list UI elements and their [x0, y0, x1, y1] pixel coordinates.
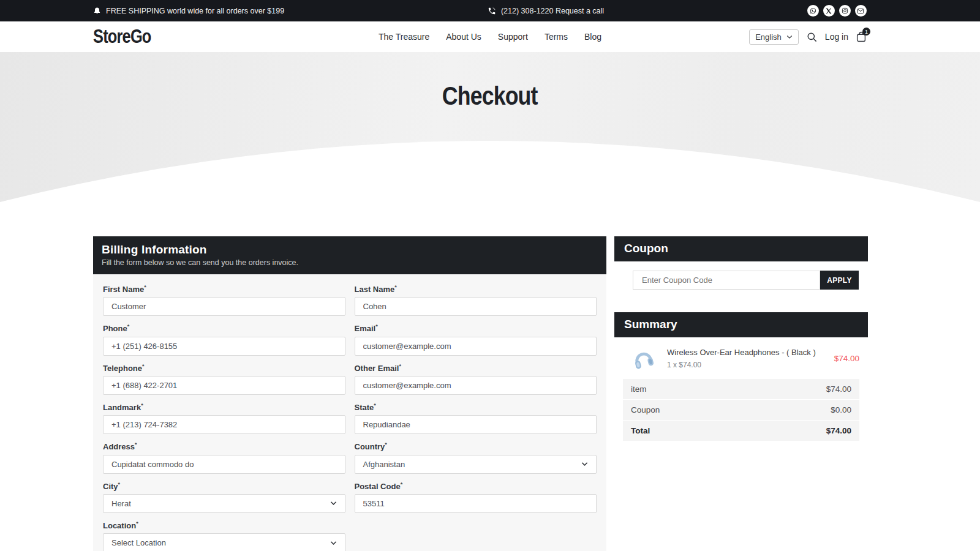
- billing-title: Billing Information: [102, 243, 598, 257]
- postal-code-label: Postal Code*: [355, 481, 597, 491]
- other-email-field: Other Email*: [355, 363, 597, 395]
- search-icon[interactable]: [806, 31, 818, 43]
- address-field: Address*: [103, 441, 345, 473]
- postal-code-input[interactable]: [355, 494, 597, 513]
- announcement-text: FREE SHIPPING world wide for all orders …: [106, 7, 284, 15]
- phone-text: (212) 308-1220 Request a call: [501, 7, 604, 15]
- last-name-input[interactable]: [355, 297, 597, 316]
- request-call[interactable]: (212) 308-1220 Request a call: [488, 7, 604, 15]
- chevron-down-icon: [330, 501, 337, 506]
- required-asterisk: *: [142, 363, 145, 369]
- coupon-code-input[interactable]: [633, 271, 820, 290]
- chevron-down-icon: [330, 541, 337, 545]
- cart-count-badge: 1: [862, 28, 870, 36]
- telephone-field: Telephone*: [103, 363, 345, 395]
- first-name-input[interactable]: [103, 297, 345, 316]
- other-email-label: Other Email*: [355, 363, 597, 373]
- email-field: Email*: [355, 323, 597, 355]
- apply-coupon-button[interactable]: APPLY: [820, 271, 859, 290]
- nav-about-us[interactable]: About Us: [446, 32, 481, 42]
- email-input[interactable]: [355, 337, 597, 356]
- location-label: Location*: [103, 520, 345, 530]
- main-nav: The Treasure About Us Support Terms Blog: [379, 32, 601, 42]
- order-totals: item $74.00 Coupon $0.00 Total $74.00: [623, 379, 859, 441]
- nav-blog[interactable]: Blog: [584, 32, 601, 42]
- landmark-input[interactable]: [103, 415, 345, 434]
- first-name-field: First Name*: [103, 284, 345, 316]
- city-field: City* Herat: [103, 481, 345, 513]
- social-links: [807, 5, 867, 17]
- product-quantity: 1 x $74.00: [667, 361, 829, 369]
- nav-terms[interactable]: Terms: [545, 32, 568, 42]
- x-twitter-icon[interactable]: [823, 5, 835, 17]
- last-name-field: Last Name*: [355, 284, 597, 316]
- page-hero: Checkout: [0, 52, 980, 205]
- coupon-discount-label: Coupon: [631, 405, 660, 414]
- chevron-down-icon: [581, 462, 588, 467]
- billing-header: Billing Information Fill the form below …: [93, 236, 606, 274]
- announcement-bar: FREE SHIPPING world wide for all orders …: [0, 0, 980, 21]
- telephone-input[interactable]: [103, 376, 345, 395]
- items-subtotal-label: item: [631, 384, 647, 394]
- city-select[interactable]: Herat: [103, 494, 345, 513]
- required-asterisk: *: [118, 481, 121, 487]
- items-subtotal-row: item $74.00: [623, 379, 859, 399]
- last-name-label: Last Name*: [355, 284, 597, 294]
- landmark-field: Landmark*: [103, 402, 345, 434]
- address-input[interactable]: [103, 455, 345, 474]
- landmark-label: Landmark*: [103, 402, 345, 412]
- product-name[interactable]: Wireless Over-Ear Headphones - ( Black ): [667, 348, 829, 357]
- coupon-title: Coupon: [624, 242, 858, 255]
- header-actions: English Log in 1: [749, 29, 867, 45]
- postal-code-field: Postal Code*: [355, 481, 597, 513]
- coupon-panel: Coupon APPLY: [614, 236, 868, 299]
- phone-label: Phone*: [103, 323, 345, 333]
- billing-panel: Billing Information Fill the form below …: [93, 236, 606, 551]
- login-link[interactable]: Log in: [825, 32, 848, 42]
- coupon-header: Coupon: [614, 236, 868, 261]
- shipping-announcement: FREE SHIPPING world wide for all orders …: [93, 7, 284, 15]
- summary-title: Summary: [624, 318, 858, 331]
- phone-icon: [488, 7, 496, 15]
- nav-the-treasure[interactable]: The Treasure: [379, 32, 429, 42]
- telephone-label: Telephone*: [103, 363, 345, 373]
- cart-item-row: Wireless Over-Ear Headphones - ( Black )…: [614, 337, 868, 379]
- order-total-label: Total: [631, 426, 650, 435]
- hero-curve-decoration: [0, 52, 980, 205]
- first-name-label: First Name*: [103, 284, 345, 294]
- required-asterisk: *: [385, 441, 387, 448]
- store-logo[interactable]: StoreGo: [93, 26, 151, 48]
- nav-support[interactable]: Support: [498, 32, 528, 42]
- required-asterisk: *: [136, 520, 138, 527]
- required-asterisk: *: [144, 284, 146, 290]
- required-asterisk: *: [141, 402, 143, 408]
- cart-button[interactable]: 1: [856, 31, 867, 43]
- country-field: Country* Afghanistan: [355, 441, 597, 473]
- city-label: City*: [103, 481, 345, 491]
- address-label: Address*: [103, 441, 345, 451]
- coupon-discount-row: Coupon $0.00: [623, 399, 859, 420]
- location-select[interactable]: Select Location: [103, 533, 345, 551]
- coupon-body: APPLY: [614, 261, 868, 299]
- headphones-image: [629, 343, 658, 373]
- state-label: State*: [355, 402, 597, 412]
- required-asterisk: *: [374, 402, 376, 408]
- phone-field: Phone*: [103, 323, 345, 355]
- city-select-value: Herat: [111, 499, 131, 508]
- coupon-discount-value: $0.00: [831, 405, 851, 414]
- whatsapp-icon[interactable]: [807, 5, 819, 17]
- language-select[interactable]: English: [749, 29, 799, 45]
- location-field: Location* Select Location: [103, 520, 345, 551]
- instagram-icon[interactable]: [839, 5, 851, 17]
- phone-input[interactable]: [103, 337, 345, 356]
- country-select[interactable]: Afghanistan: [355, 455, 597, 474]
- summary-header: Summary: [614, 312, 868, 337]
- state-input[interactable]: [355, 415, 597, 434]
- items-subtotal-value: $74.00: [826, 384, 851, 394]
- other-email-input[interactable]: [355, 376, 597, 395]
- email-icon[interactable]: [855, 5, 867, 17]
- country-select-value: Afghanistan: [363, 460, 405, 469]
- language-label: English: [755, 32, 782, 42]
- summary-panel: Summary Wireless Over-Ear Headphones - (…: [614, 312, 868, 441]
- location-select-value: Select Location: [111, 538, 166, 547]
